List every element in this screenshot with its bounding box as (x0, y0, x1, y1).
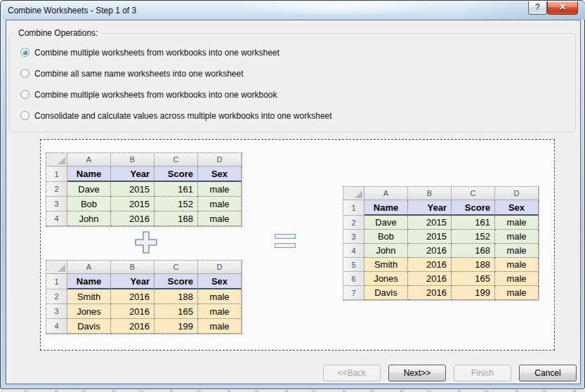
cell-C1: Score (155, 166, 198, 182)
cancel-button[interactable]: Cancel (519, 365, 577, 381)
cell-B2: 2015 (408, 216, 452, 230)
cell-D3: male (198, 304, 242, 319)
window-title: Combine Worksheets - Step 1 of 3 (8, 6, 136, 15)
cell-C3: 152 (452, 230, 495, 244)
source-sheet-2: ABCD1NameYearScoreSex2Smith2016188male3J… (46, 260, 242, 334)
dialog-footer: <<BackNext>>FinishCancel (323, 365, 577, 381)
equals-bar-bottom (275, 243, 296, 248)
equals-bar-top (275, 234, 296, 239)
radio-option-label: Combine multiple worksheets from workboo… (34, 48, 280, 58)
select-all-corner-cell (46, 153, 67, 166)
cell-C7: 199 (452, 286, 495, 300)
cell-C3: 165 (155, 304, 198, 319)
next-button[interactable]: Next>> (388, 365, 446, 381)
cell-D7: male (495, 286, 539, 300)
column-header-A: A (67, 261, 111, 274)
row-header-7: 7 (343, 286, 364, 300)
help-button[interactable]: ? (528, 1, 547, 15)
row-header-6: 6 (343, 272, 364, 286)
row-header-3: 3 (46, 197, 67, 211)
row-header-3: 3 (343, 230, 364, 244)
cell-D2: male (198, 182, 242, 197)
radio-unselected-icon[interactable] (20, 111, 29, 120)
column-header-A: A (67, 153, 111, 166)
cell-A6: Jones (364, 272, 408, 286)
radio-selected-icon[interactable] (20, 48, 29, 57)
cell-C1: Score (155, 274, 198, 289)
close-icon: ✕ (559, 2, 566, 12)
cell-A1: Name (67, 274, 111, 289)
cell-A7: Davis (364, 286, 408, 300)
row-header-2: 2 (46, 289, 67, 304)
column-header-D: D (198, 261, 242, 274)
cell-D2: male (198, 289, 242, 304)
cell-C4: 199 (155, 319, 198, 334)
radio-option-1[interactable]: Combine multiple worksheets from workboo… (20, 46, 332, 58)
radio-option-3[interactable]: Combine multiple worksheets from workboo… (20, 89, 332, 100)
cell-D4: male (198, 211, 242, 226)
row-header-2: 2 (343, 216, 364, 230)
radio-option-label: Consolidate and calculate values across … (34, 111, 332, 121)
column-header-C: C (452, 187, 495, 200)
row-header-1: 1 (46, 166, 67, 182)
cell-A2: Smith (67, 289, 111, 304)
row-header-3: 3 (46, 304, 67, 319)
dialog-window: Combine Worksheets - Step 1 of 3 ? ✕ Com… (0, 0, 585, 389)
row-header-4: 4 (46, 211, 67, 226)
groupbox-label: Combine Operations: (15, 28, 100, 38)
radio-option-2[interactable]: Combine all same name worksheets into on… (20, 67, 332, 79)
cell-C4: 168 (155, 211, 198, 226)
titlebar-glass-sheen (233, 1, 444, 17)
column-header-D: D (495, 187, 539, 200)
cell-D3: male (198, 197, 242, 211)
equals-icon (275, 234, 296, 252)
row-header-4: 4 (343, 244, 364, 258)
select-all-corner-cell (46, 261, 67, 274)
preview-panel: ABCD1NameYearScoreSex2Dave2015161male3Bo… (40, 139, 555, 351)
cell-D6: male (495, 272, 539, 286)
cell-C5: 188 (452, 258, 495, 272)
cell-A5: Smith (364, 258, 408, 272)
radio-option-label: Combine all same name worksheets into on… (34, 69, 243, 79)
column-header-A: A (364, 187, 408, 200)
cell-D3: male (495, 230, 539, 244)
title-bar[interactable]: Combine Worksheets - Step 1 of 3 ? ✕ (1, 1, 585, 20)
plus-icon (133, 230, 159, 255)
cell-D1: Sex (495, 200, 539, 216)
cell-A1: Name (364, 200, 408, 216)
cell-A3: Jones (67, 304, 111, 319)
cell-B3: 2016 (111, 304, 155, 319)
cell-C6: 165 (452, 272, 495, 286)
cell-C4: 168 (452, 244, 495, 258)
result-sheet: ABCD1NameYearScoreSex2Dave2015161male3Bo… (343, 186, 539, 301)
cell-D5: male (495, 258, 539, 272)
cell-C2: 161 (155, 182, 198, 197)
cell-B2: 2016 (111, 289, 155, 304)
combine-options-list: Combine multiple worksheets from workboo… (20, 46, 332, 131)
cell-A2: Dave (364, 216, 408, 230)
cell-C2: 188 (155, 289, 198, 304)
close-button[interactable]: ✕ (547, 1, 578, 15)
column-header-B: B (111, 153, 155, 166)
cell-A4: John (67, 211, 111, 226)
column-header-B: B (111, 261, 155, 274)
radio-unselected-icon[interactable] (20, 69, 29, 78)
source-sheet-1: ABCD1NameYearScoreSex2Dave2015161male3Bo… (46, 152, 242, 227)
cell-B3: 2015 (111, 197, 155, 211)
cell-B4: 2016 (408, 244, 452, 258)
cell-B4: 2016 (111, 319, 155, 334)
cell-B3: 2015 (408, 230, 452, 244)
cell-B6: 2016 (408, 272, 452, 286)
radio-option-4[interactable]: Consolidate and calculate values across … (20, 110, 332, 122)
cell-B1: Year (408, 200, 452, 216)
radio-option-label: Combine multiple worksheets from workboo… (34, 90, 277, 100)
radio-unselected-icon[interactable] (20, 90, 29, 99)
cell-A3: Bob (67, 197, 111, 211)
dialog-body: Combine Operations: Combine multiple wor… (6, 20, 581, 384)
row-header-1: 1 (46, 274, 67, 289)
cell-C2: 161 (452, 216, 495, 230)
row-header-5: 5 (343, 258, 364, 272)
cell-D2: male (495, 216, 539, 230)
question-icon: ? (535, 2, 540, 12)
cell-A4: Davis (67, 319, 111, 334)
